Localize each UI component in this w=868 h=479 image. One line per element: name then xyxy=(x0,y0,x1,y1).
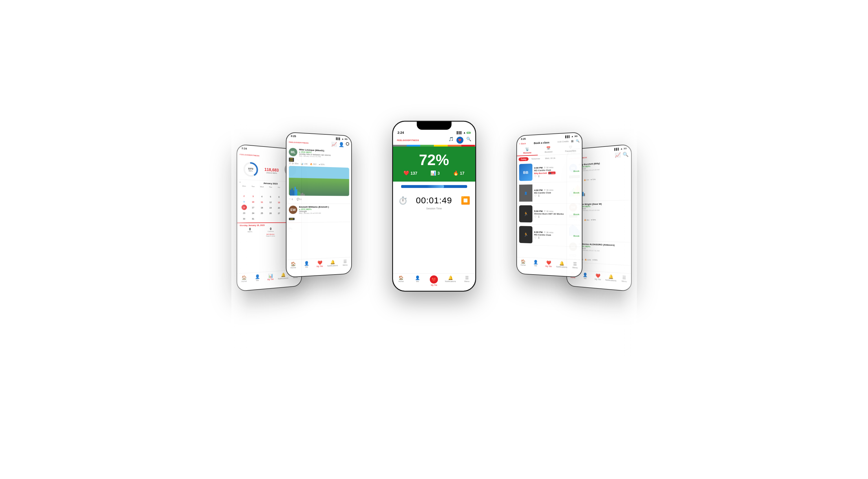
nav-notifications-p5[interactable]: 🔔 Notifications xyxy=(604,274,618,282)
date-wed[interactable]: Wed, 18 Ja xyxy=(543,156,558,160)
back-button[interactable]: < Back xyxy=(519,142,526,145)
class-slot-4: 🏃 6:00 PM ⏱ 36 mins MZ-Cardio Club ♡ ℹ B… xyxy=(517,224,582,247)
nav-home-p1[interactable]: 🏠 Home xyxy=(237,275,250,283)
post2-date: Mon, January 16 at 8:20 AM xyxy=(299,212,349,214)
nav-menu-p4[interactable]: ☰ Menu xyxy=(568,261,582,269)
progress-section xyxy=(393,182,475,191)
nav-mytile-p2[interactable]: ❤️ My Tile xyxy=(313,260,326,267)
phone-workout-session: 2:24 ▌▌▌ ▲ 5G FEELGOODFITNESS 🎵 ❤️ 🔍 xyxy=(392,121,476,292)
app-scene: 3:24 ▌▌▌ ▲ 3G FEELGOODFITNESS 👤 🔍 xyxy=(231,121,637,358)
phone-book-class: 3:25 ▌▌▌ ▲ 3G < Back Book a class 0.00 C… xyxy=(517,132,583,278)
search-icon-p5[interactable]: 🔍 xyxy=(622,152,628,158)
live-badge: 📺 Live xyxy=(548,171,556,174)
calories-metric: 🔥 17 xyxy=(453,170,465,176)
nav-notifications-p2[interactable]: 🔔 Notifications xyxy=(326,259,339,267)
nav-menu-center[interactable]: ☰ Menu xyxy=(459,276,475,282)
timer-stop-icon[interactable]: ⏹️ xyxy=(461,196,470,205)
logo-p2: FEELGOODFITNESS xyxy=(289,141,308,143)
nav-home-p4[interactable]: 🏠 Home xyxy=(517,259,529,266)
credits-display: 0.00 Credits xyxy=(558,140,568,143)
class-slot-2: 👤 4:00 PM ⏱ 36 mins MZ-Cardio Club ♡ ℹ B… xyxy=(517,182,582,203)
zone-color-bar xyxy=(393,145,475,147)
nav-me-p1[interactable]: 👤 Me xyxy=(251,274,264,282)
info-class1[interactable]: ℹ xyxy=(538,174,539,178)
nav-notifications-p4[interactable]: 🔔 Notifications xyxy=(555,261,568,268)
filter-icon[interactable]: ⊞ xyxy=(571,139,573,143)
nav-me-p2[interactable]: 👤 Me xyxy=(300,261,313,268)
heart-rate-badge: ❤️ xyxy=(457,137,463,143)
nav-home-p2[interactable]: 🏠 Home xyxy=(286,261,300,269)
meps-metric: 📊 3 xyxy=(430,170,440,176)
search-icon-p2[interactable] xyxy=(346,142,349,146)
search-icon-center[interactable]: 🔍 xyxy=(466,137,471,143)
time-p2: 3:25 xyxy=(290,134,296,137)
date-tomorrow[interactable]: Tomorrow xyxy=(529,157,542,161)
today-date[interactable]: 16 xyxy=(241,204,247,210)
feed-post-2: EW Emmett Williams (Emmett ) ● 1572 MEPs… xyxy=(286,204,351,223)
lifetime-section: 118,683 Lifetime MEPs xyxy=(264,167,278,174)
nav-home-center[interactable]: 🏠 Home xyxy=(393,276,409,282)
meps-ring: 1372 MEPs xyxy=(243,161,258,178)
timer-section: ⏱️ 00:01:49 ⏹️ xyxy=(393,191,475,210)
info-class3[interactable]: ℹ xyxy=(538,215,539,218)
post1-image xyxy=(289,166,349,196)
activity-chart xyxy=(289,185,349,196)
class-avatar-bb: BB xyxy=(519,164,532,181)
nav-me-p4[interactable]: 👤 Me xyxy=(529,259,542,267)
phone-social-feed: 3:25 ▌▌▌ ▲ 3G FEELGOODFITNESS 📈 👤 ML xyxy=(285,132,351,278)
tab-favorites[interactable]: ♡ Favourites xyxy=(559,143,582,154)
book-btn-3[interactable]: Book xyxy=(573,213,579,216)
like-class1[interactable]: ♡ xyxy=(534,174,537,178)
nav-mytile-p1[interactable]: 📊 My Tile xyxy=(264,273,277,281)
avatar-emmett: EW xyxy=(289,205,297,214)
activity-icon[interactable]: 📈 xyxy=(331,141,337,147)
heart-rate-metric: ❤️ 137 xyxy=(403,170,417,176)
class-avatar-4: 🏃 xyxy=(519,226,532,243)
book-btn-4[interactable]: Book xyxy=(573,234,579,237)
book-btn-1[interactable]: Book xyxy=(573,170,579,172)
timer-start-icon[interactable]: ⏱️ xyxy=(398,196,407,205)
logo-p1: FEELGOODFITNESS xyxy=(240,153,259,156)
music-icon[interactable]: 🎵 xyxy=(448,137,454,143)
meps-label: MEPs xyxy=(248,170,253,172)
app-header-center: FEELGOODFITNESS 🎵 ❤️ 🔍 xyxy=(393,135,475,145)
activity-icon-p5[interactable]: 📈 xyxy=(615,152,621,158)
nav-mytile-p5[interactable]: ❤️ My Tile xyxy=(591,273,604,281)
book-btn-2[interactable]: Book xyxy=(573,191,579,194)
nav-menu-p2[interactable]: ☰ Menu xyxy=(339,259,351,266)
date-today[interactable]: Today xyxy=(519,157,528,161)
dave-date: Mon, January 16 at 9:34 AM xyxy=(579,209,628,212)
class-slot-3: 🏃 5:00 PM ⏱ 30 mins Xtreme Burn HIIT 30 … xyxy=(517,203,582,225)
like-class2[interactable]: ♡ xyxy=(534,194,537,197)
like-class3[interactable]: ♡ xyxy=(534,215,537,218)
search-icon-p4[interactable]: 🔍 xyxy=(576,139,579,142)
class-avatar-2: 👤 xyxy=(519,185,532,201)
nav-notifications-center[interactable]: 🔔 Notifications xyxy=(442,276,459,282)
workout-percent: 72% xyxy=(397,152,471,167)
nav-menu-p5[interactable]: ☰ Menu xyxy=(617,275,631,283)
like-class4[interactable]: ♡ xyxy=(534,236,537,239)
cal-prev[interactable]: ‹ xyxy=(240,181,240,183)
nav-mytile-p4[interactable]: ❤️ My Tile xyxy=(542,260,555,267)
cal-month: January 2023 xyxy=(263,182,277,185)
class-avatar-3: 🏃 xyxy=(519,205,532,222)
time-center: 2:24 xyxy=(398,131,404,134)
bottom-nav-center: 🏠 Home 👤 Me ❤️ My Tile 🔔 Notifications xyxy=(393,274,475,291)
profile-icon-p2[interactable]: 👤 xyxy=(339,141,344,148)
post1-actions: ♡ 6 💬 0 xyxy=(289,197,349,202)
timer-value: 00:01:49 xyxy=(416,195,452,205)
day-meps: 0 xyxy=(247,228,252,231)
post1-badge: HOFIcon xyxy=(289,158,294,162)
info-class2[interactable]: ℹ xyxy=(538,194,539,197)
bell-icon: 🔔 xyxy=(281,272,285,277)
nav-me-center[interactable]: 👤 Me xyxy=(409,276,426,282)
tab-remote[interactable]: 📡 Remote xyxy=(517,146,537,156)
time-p4: 3:25 xyxy=(521,137,526,140)
home-icon: 🏠 xyxy=(241,275,246,280)
tab-booked[interactable]: 📅 Booked xyxy=(538,145,560,155)
avatar-mike: ML xyxy=(289,148,297,156)
post2-badge: HOF xyxy=(289,218,294,220)
bottom-nav-p4: 🏠 Home 👤 Me ❤️ My Tile 🔔 Notifications ☰ xyxy=(517,257,582,277)
info-class4[interactable]: ℹ xyxy=(538,236,539,239)
nav-mytile-center[interactable]: ❤️ My Tile xyxy=(426,276,442,286)
